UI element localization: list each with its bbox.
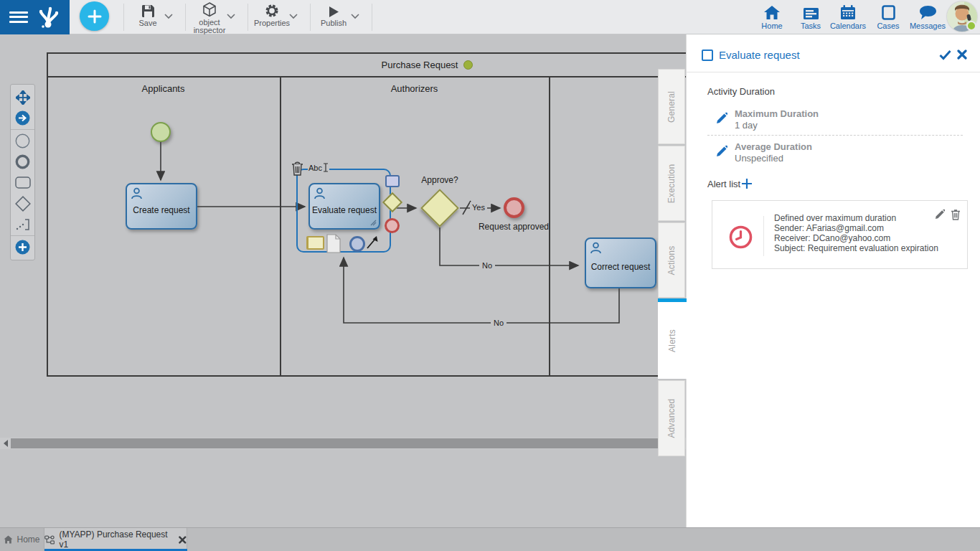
- app-logo[interactable]: [34, 4, 62, 30]
- alert-card: Defined over maximum duration Sender: AF…: [712, 200, 968, 269]
- task-shape-icon: [15, 176, 31, 189]
- properties-panel: Evaluate request Activity Duration Maxim…: [686, 34, 980, 551]
- palette-annotation[interactable]: [11, 214, 34, 235]
- tab-label: Execution: [666, 164, 677, 203]
- end-event-approved[interactable]: [504, 197, 524, 218]
- palette-separator: [11, 129, 34, 130]
- trash-icon: [951, 209, 961, 220]
- start-event[interactable]: [151, 122, 171, 142]
- bottom-tab-label: (MYAPP) Purchase Request v1: [59, 529, 174, 550]
- add-alert-button[interactable]: [741, 178, 753, 192]
- flow-arrow-icon: [15, 110, 30, 126]
- publish-icon: [329, 2, 339, 18]
- nav-messages-button[interactable]: Messages: [907, 3, 948, 30]
- palette-task[interactable]: [11, 172, 34, 193]
- property-value: 1 day: [735, 120, 758, 131]
- tab-execution[interactable]: Execution: [658, 146, 685, 221]
- task-evaluate-request[interactable]: Evaluate request: [308, 183, 380, 230]
- user-task-icon: [590, 242, 602, 254]
- nav-messages-label: Messages: [910, 22, 946, 30]
- panel-header: Evaluate request: [687, 34, 980, 72]
- rename-shape-button[interactable]: Abc: [308, 163, 329, 172]
- trash-icon: [291, 161, 303, 176]
- element-checkbox[interactable]: [702, 50, 713, 61]
- properties-label: Properties: [254, 19, 290, 27]
- nav-calendars-button[interactable]: Calendars: [827, 3, 869, 30]
- home-icon: [763, 3, 781, 20]
- tab-actions[interactable]: Actions: [658, 222, 685, 298]
- horizontal-scrollbar[interactable]: [0, 438, 686, 449]
- diagram-canvas[interactable]: Purchase Request Applicants Authorizers: [0, 34, 686, 527]
- tab-label: Actions: [666, 245, 677, 275]
- sequence-flows-layer: [0, 34, 686, 527]
- document-icon: [326, 234, 341, 253]
- palette-end-event[interactable]: [11, 151, 34, 172]
- properties-dropdown-button[interactable]: [287, 10, 300, 23]
- main-menu-button[interactable]: [9, 11, 28, 23]
- nav-calendars-label: Calendars: [830, 22, 866, 30]
- top-toolbar: Save object inspector: [0, 0, 980, 34]
- rename-hint-label: Abc: [308, 164, 322, 172]
- gear-icon: [265, 2, 279, 18]
- bottom-tab-purchase-request[interactable]: (MYAPP) Purchase Request v1: [44, 528, 187, 551]
- object-inspector-dropdown-button[interactable]: [225, 10, 237, 23]
- palette-add-shape[interactable]: [11, 237, 34, 258]
- palette-move-tool[interactable]: [11, 87, 34, 108]
- nav-tasks-button[interactable]: Tasks: [790, 3, 831, 30]
- edit-avg-duration-button[interactable]: [716, 145, 728, 160]
- save-dropdown-button[interactable]: [162, 10, 175, 23]
- delete-shape-button[interactable]: [291, 161, 303, 179]
- alert-details: Defined over maximum duration Sender: AF…: [774, 213, 938, 253]
- home-icon: [4, 535, 13, 544]
- context-add-event-button[interactable]: [349, 236, 365, 252]
- tab-alerts[interactable]: Alerts: [658, 302, 687, 379]
- check-icon: [939, 50, 951, 60]
- context-add-end-event-button[interactable]: [385, 218, 400, 233]
- nav-cases-button[interactable]: Cases: [867, 3, 909, 30]
- chevron-down-icon: [227, 14, 235, 19]
- tab-advanced[interactable]: Advanced: [658, 380, 685, 456]
- scroll-left-icon: [3, 440, 9, 447]
- close-tab-icon[interactable]: [179, 536, 187, 544]
- palette-gateway[interactable]: [11, 193, 34, 214]
- resize-handle[interactable]: [369, 219, 377, 226]
- task-create-request[interactable]: Create request: [126, 183, 197, 230]
- context-add-annotation-button[interactable]: [306, 236, 324, 250]
- publish-dropdown-button[interactable]: [349, 10, 362, 23]
- palette-start-event[interactable]: [11, 131, 34, 151]
- close-panel-button[interactable]: [957, 50, 967, 62]
- scrollbar-thumb[interactable]: [11, 438, 678, 448]
- alert-receiver-line: Receiver: DCano@yahoo.com: [774, 233, 938, 243]
- plus-circle-icon: [15, 240, 30, 255]
- tab-general[interactable]: General: [658, 69, 685, 144]
- flow-gateway-to-correct[interactable]: [440, 227, 578, 265]
- context-attach-document-button[interactable]: [326, 234, 341, 256]
- toolbar-separator: [372, 4, 372, 31]
- move-icon: [16, 90, 30, 105]
- alert-sender-line: Sender: AFarias@gmail.com: [774, 223, 938, 233]
- context-add-task-button[interactable]: [385, 175, 400, 187]
- nav-home-button[interactable]: Home: [751, 3, 793, 30]
- object-inspector-label: object inspector: [191, 19, 228, 34]
- user-task-icon: [314, 187, 326, 199]
- delete-alert-button[interactable]: [951, 209, 961, 223]
- edit-alert-button[interactable]: [935, 209, 946, 222]
- end-event-label: Request approved: [467, 222, 560, 232]
- confirm-button[interactable]: [939, 50, 951, 63]
- close-icon: [957, 50, 967, 60]
- edit-max-duration-button[interactable]: [716, 112, 728, 127]
- flow-label-yes: Yes: [470, 202, 487, 212]
- task-correct-request[interactable]: Correct request: [585, 237, 656, 288]
- toolbar-separator: [310, 4, 311, 31]
- alert-title-line: Defined over maximum duration: [774, 213, 938, 223]
- scroll-left-button[interactable]: [0, 438, 11, 449]
- tab-label: Advanced: [666, 399, 677, 438]
- add-button[interactable]: [80, 1, 109, 31]
- property-label: Average Duration: [735, 141, 812, 152]
- palette-connector-tool[interactable]: [11, 108, 34, 128]
- gateway-shape-icon: [15, 196, 31, 212]
- divider: [707, 135, 963, 136]
- context-connector-button[interactable]: [365, 235, 380, 253]
- bottom-tab-home[interactable]: Home: [0, 528, 44, 551]
- messages-icon: [919, 3, 937, 20]
